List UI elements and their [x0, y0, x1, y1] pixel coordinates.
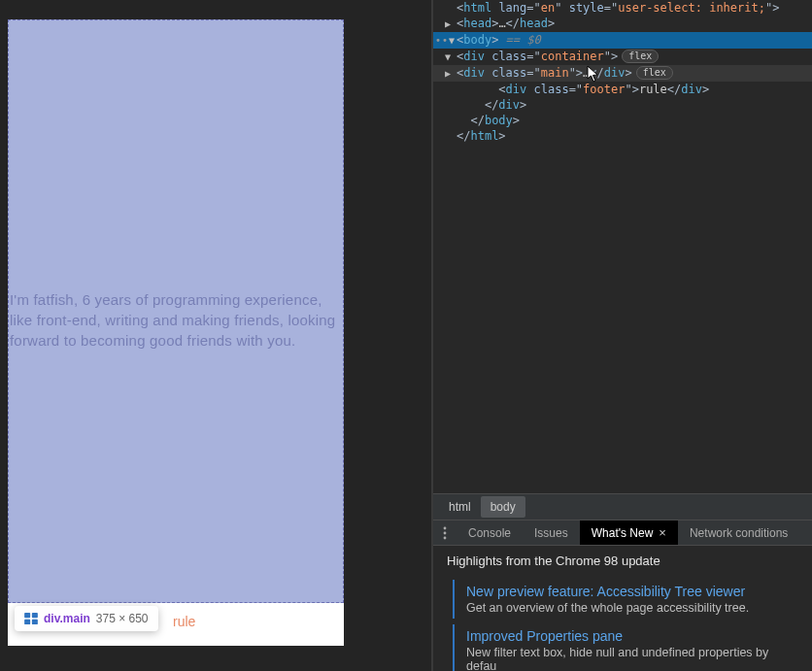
- svg-point-4: [444, 526, 447, 529]
- whats-new-card-subtitle: Get an overview of the whole page access…: [466, 601, 802, 615]
- tooltip-dimensions: 375 × 650: [96, 612, 149, 625]
- dom-node-close-body[interactable]: </body>: [433, 113, 812, 128]
- breadcrumb-body[interactable]: body: [481, 496, 525, 518]
- breadcrumb-html[interactable]: html: [439, 496, 481, 518]
- tab-issues[interactable]: Issues: [523, 520, 580, 545]
- dom-node-container[interactable]: ▼<div class="container">flex: [433, 49, 812, 65]
- layout-flex-icon: [24, 613, 38, 624]
- element-inspect-tooltip: div.main 375 × 650: [15, 606, 158, 631]
- drawer-whats-new: Highlights from the Chrome 98 update New…: [433, 546, 812, 671]
- dom-node-close-div[interactable]: </div>: [433, 97, 812, 113]
- svg-point-5: [444, 531, 447, 534]
- rendered-preview: I'm fatfish, 6 years of programming expe…: [8, 19, 344, 646]
- elements-breadcrumb: html body: [433, 493, 812, 520]
- svg-rect-1: [32, 613, 38, 618]
- tab-network-conditions[interactable]: Network conditions: [678, 520, 799, 545]
- flex-badge[interactable]: flex: [636, 66, 673, 80]
- close-icon[interactable]: ×: [659, 525, 666, 540]
- collapse-triangle-icon[interactable]: ▼: [445, 50, 455, 65]
- dom-node-head[interactable]: ▶<head>…</head>: [433, 16, 812, 32]
- preview-main-text: I'm fatfish, 6 years of programming expe…: [10, 289, 342, 351]
- collapse-triangle-icon[interactable]: ▼: [449, 33, 455, 49]
- dom-node-html[interactable]: <html lang="en" style="user-select: inhe…: [433, 0, 812, 16]
- drawer-more-icon[interactable]: [433, 520, 457, 545]
- tooltip-selector: div.main: [44, 612, 90, 625]
- preview-footer-text: rule: [173, 614, 195, 629]
- dom-node-close-html[interactable]: </html>: [433, 128, 812, 144]
- dom-node-main[interactable]: ▶<div class="main">…</div>flex: [433, 65, 812, 82]
- whats-new-card-title: New preview feature: Accessibility Tree …: [466, 584, 802, 599]
- whats-new-heading: Highlights from the Chrome 98 update: [433, 546, 812, 576]
- expand-triangle-icon[interactable]: ▶: [445, 66, 455, 82]
- dom-node-body[interactable]: •••▼<body> == $0: [433, 32, 812, 49]
- svg-rect-0: [24, 613, 30, 618]
- tab-whats-new[interactable]: What's New×: [580, 520, 678, 545]
- whats-new-card-title: Improved Properties pane: [466, 628, 802, 644]
- flex-badge[interactable]: flex: [622, 50, 659, 63]
- svg-point-6: [444, 536, 447, 539]
- svg-rect-2: [24, 620, 30, 624]
- whats-new-card-subtitle: New filter text box, hide null and undef…: [466, 646, 802, 671]
- expand-triangle-icon[interactable]: ▶: [445, 17, 455, 32]
- elements-dom-tree[interactable]: <html lang="en" style="user-select: inhe…: [433, 0, 812, 493]
- tab-console[interactable]: Console: [457, 520, 523, 545]
- selected-dots-icon: •••: [433, 33, 449, 49]
- whats-new-card[interactable]: Improved Properties pane New filter text…: [453, 624, 802, 671]
- dom-node-footer[interactable]: <div class="footer">rule</div>: [433, 82, 812, 97]
- whats-new-card[interactable]: New preview feature: Accessibility Tree …: [453, 580, 802, 619]
- drawer-tabstrip: Console Issues What's New× Network condi…: [433, 520, 812, 546]
- svg-rect-3: [32, 620, 38, 624]
